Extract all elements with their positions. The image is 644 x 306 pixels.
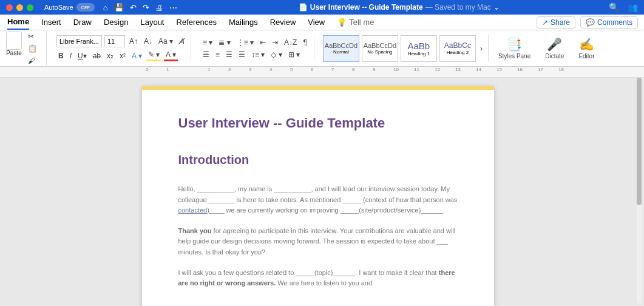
shading-icon[interactable]: ◇ ▾: [269, 50, 283, 59]
editor-icon: ✍: [579, 37, 594, 52]
superscript-button[interactable]: x²: [118, 51, 127, 61]
bold-button[interactable]: B: [56, 51, 66, 61]
window-controls: [6, 4, 33, 11]
microphone-icon: 🎤: [547, 37, 562, 52]
tab-design[interactable]: Design: [104, 15, 128, 29]
document-canvas[interactable]: User Interview -- Guide Template Introdu…: [0, 78, 636, 306]
show-marks-icon[interactable]: ¶: [301, 38, 308, 47]
change-case-icon[interactable]: Aa ▾: [157, 36, 175, 46]
strikethrough-button[interactable]: ab: [91, 51, 103, 61]
sort-icon[interactable]: A↓Z: [282, 38, 299, 47]
highlight-icon[interactable]: ✎ ▾: [146, 50, 161, 61]
save-icon[interactable]: 💾: [114, 3, 124, 12]
share-icon[interactable]: 👥: [628, 2, 638, 12]
ribbon: Paste ✂ 📋 🖌 A↑ A↓ Aa ▾ A̸ B I U ▾ ab x₂ …: [0, 30, 644, 67]
justify-icon[interactable]: ☰: [237, 50, 247, 59]
titlebar: AutoSave OFF ⌂ 💾 ↶ ↷ 🖨 ⋯ 📄 User Intervie…: [0, 0, 644, 15]
tab-home[interactable]: Home: [7, 15, 29, 30]
multilevel-list-icon[interactable]: ⋮≡ ▾: [235, 38, 256, 47]
align-right-icon[interactable]: ☰: [224, 50, 234, 59]
numbering-icon[interactable]: ≣ ▾: [217, 38, 232, 47]
toggle-switch[interactable]: OFF: [76, 3, 95, 12]
doc-icon: 📄: [299, 3, 308, 12]
align-center-icon[interactable]: ≡: [214, 50, 222, 59]
borders-icon[interactable]: ⊞ ▾: [286, 50, 302, 59]
editor-button[interactable]: ✍ Editor: [574, 37, 599, 59]
format-painter-icon[interactable]: 🖌: [26, 56, 39, 66]
more-icon[interactable]: ⋯: [169, 3, 177, 12]
font-group: A↑ A↓ Aa ▾ A̸ B I U ▾ ab x₂ x² A ▾ ✎ ▾ A…: [52, 35, 191, 61]
print-icon[interactable]: 🖨: [155, 3, 163, 12]
scrollbar-thumb[interactable]: [637, 78, 642, 205]
styles-more-icon[interactable]: ›: [478, 44, 484, 53]
lightbulb-icon: 💡: [337, 18, 347, 27]
font-name-select[interactable]: [56, 35, 102, 47]
body-paragraph[interactable]: Thank you for agreeing to participate in…: [178, 226, 458, 258]
doc-status: — Saved to my Mac: [425, 3, 491, 12]
style-normal[interactable]: AaBbCcDd Normal: [323, 35, 359, 62]
ruler[interactable]: 21123456789101112131415161718: [0, 67, 644, 78]
tab-view[interactable]: View: [308, 15, 325, 29]
menubar: Home Insert Draw Design Layout Reference…: [0, 15, 644, 30]
titlebar-right: 🔍 👥: [609, 2, 638, 12]
undo-icon[interactable]: ↶: [130, 3, 137, 12]
comments-button[interactable]: 💬 Comments: [580, 16, 638, 29]
increase-font-icon[interactable]: A↑: [127, 36, 140, 46]
comment-icon: 💬: [586, 18, 595, 27]
paragraph-group: ≡ ▾ ≣ ▾ ⋮≡ ▾ ⇤ ⇥ A↓Z ¶ ☰ ≡ ☰ ☰ ↕≡ ▾ ◇ ▾ …: [196, 38, 314, 59]
chevron-down-icon[interactable]: ⌄: [493, 3, 500, 12]
cut-icon[interactable]: ✂: [26, 32, 39, 41]
hyperlink-text[interactable]: contacted): [178, 206, 209, 214]
tab-draw[interactable]: Draw: [73, 15, 92, 29]
share-button[interactable]: ↗ Share: [537, 16, 575, 29]
redo-icon[interactable]: ↷: [143, 3, 149, 12]
quick-access-toolbar: ⌂ 💾 ↶ ↷ 🖨 ⋯: [103, 3, 177, 12]
tab-review[interactable]: Review: [270, 15, 296, 29]
decrease-indent-icon[interactable]: ⇤: [258, 38, 268, 47]
text-effects-icon[interactable]: A ▾: [130, 51, 144, 61]
autosave-toggle[interactable]: AutoSave OFF: [44, 3, 95, 12]
minimize-window-icon[interactable]: [16, 4, 23, 11]
page-content[interactable]: User Interview -- Guide Template Introdu…: [142, 90, 494, 306]
copy-icon[interactable]: 📋: [26, 44, 39, 53]
style-heading-2[interactable]: AaBbCc Heading 2: [439, 35, 476, 62]
tab-layout[interactable]: Layout: [140, 15, 164, 29]
dictate-button[interactable]: 🎤 Dictate: [540, 37, 569, 59]
tab-mailings[interactable]: Mailings: [229, 15, 258, 29]
home-icon[interactable]: ⌂: [103, 3, 108, 12]
body-paragraph[interactable]: Hello, __________, my name is __________…: [178, 184, 458, 216]
search-icon[interactable]: 🔍: [609, 2, 619, 12]
clear-formatting-icon[interactable]: A̸: [177, 36, 186, 46]
paste-label[interactable]: Paste: [6, 50, 22, 56]
styles-pane-button[interactable]: 📑 Styles Pane: [493, 37, 535, 59]
decrease-font-icon[interactable]: A↓: [142, 36, 154, 46]
styles-pane-icon: 📑: [507, 37, 522, 52]
autosave-label: AutoSave: [44, 4, 73, 11]
page[interactable]: User Interview -- Guide Template Introdu…: [142, 86, 494, 306]
styles-group: AaBbCcDd Normal AaBbCcDd No Spacing AaBb…: [319, 35, 489, 62]
tab-references[interactable]: References: [177, 15, 217, 29]
font-color-icon[interactable]: A ▾: [164, 50, 178, 61]
italic-button[interactable]: I: [68, 51, 73, 61]
body-paragraph[interactable]: I will ask you a few questions related t…: [178, 268, 458, 289]
share-arrow-icon: ↗: [542, 18, 548, 27]
doc-name: User Interview -- Guide Template: [310, 3, 423, 12]
align-left-icon[interactable]: ☰: [201, 50, 211, 59]
subscript-button[interactable]: x₂: [105, 51, 115, 61]
tab-insert[interactable]: Insert: [41, 15, 61, 29]
increase-indent-icon[interactable]: ⇥: [270, 38, 280, 47]
underline-button[interactable]: U ▾: [76, 51, 89, 61]
document-title[interactable]: 📄 User Interview -- Guide Template — Sav…: [189, 3, 609, 12]
style-heading-1[interactable]: AaBb Heading 1: [401, 35, 437, 62]
close-window-icon[interactable]: [6, 4, 13, 11]
line-spacing-icon[interactable]: ↕≡ ▾: [249, 50, 266, 59]
document-heading[interactable]: User Interview -- Guide Template: [178, 115, 458, 131]
font-size-select[interactable]: [104, 35, 125, 47]
vertical-scrollbar[interactable]: [637, 78, 642, 304]
maximize-window-icon[interactable]: [27, 4, 33, 11]
section-heading[interactable]: Introduction: [178, 153, 458, 167]
bullets-icon[interactable]: ≡ ▾: [201, 38, 214, 47]
paste-icon[interactable]: [6, 32, 22, 50]
tell-me[interactable]: 💡 Tell me: [337, 15, 374, 29]
style-no-spacing[interactable]: AaBbCcDd No Spacing: [362, 35, 398, 62]
